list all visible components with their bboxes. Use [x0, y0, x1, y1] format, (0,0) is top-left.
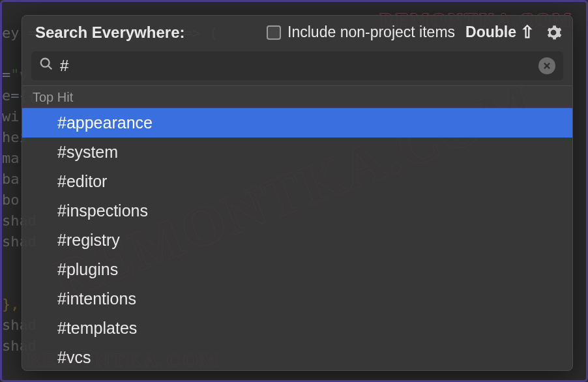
checkbox-label: Include non-project items [287, 23, 455, 41]
popup-title: Search Everywhere: [35, 23, 184, 42]
search-input[interactable] [60, 57, 532, 75]
result-item[interactable]: #registry [22, 226, 572, 255]
result-item[interactable]: #system [22, 138, 572, 167]
popup-header: Search Everywhere: Include non-project i… [22, 16, 572, 49]
checkbox-box[interactable] [267, 25, 281, 40]
result-item[interactable]: #intentions [22, 284, 572, 314]
svg-point-0 [41, 59, 50, 67]
gear-icon[interactable] [545, 24, 562, 41]
double-shift-hint: Double ⇧ [465, 22, 535, 42]
search-icon [39, 57, 53, 75]
section-label: Top Hit [22, 85, 572, 108]
svg-line-1 [48, 66, 51, 69]
results-list: #appearance #system #editor #inspections… [22, 108, 572, 370]
shift-icon: ⇧ [520, 22, 535, 42]
result-item[interactable]: #vcs [22, 343, 572, 370]
result-item[interactable]: #editor [22, 167, 572, 196]
search-everywhere-popup: Search Everywhere: Include non-project i… [22, 15, 573, 371]
clear-icon[interactable] [538, 57, 555, 74]
result-item[interactable]: #inspections [22, 196, 572, 226]
search-input-row [31, 51, 563, 80]
include-nonproject-checkbox[interactable]: Include non-project items [267, 23, 455, 41]
result-item[interactable]: #appearance [22, 108, 572, 138]
result-item[interactable]: #plugins [22, 255, 572, 284]
hint-text: Double [465, 23, 516, 41]
result-item[interactable]: #templates [22, 314, 572, 343]
